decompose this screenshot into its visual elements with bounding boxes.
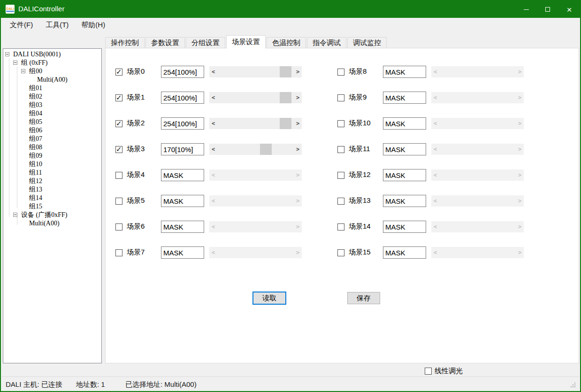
scene-checkbox[interactable] [337,223,344,231]
scrollbar-left-arrow-icon[interactable]: < [209,144,217,155]
scene-level-scrollbar[interactable]: < > [209,118,302,129]
tree-item[interactable]: 组11 [3,169,101,177]
scrollbar-right-arrow-icon[interactable]: > [294,66,302,77]
scene-value-input[interactable] [383,143,426,155]
scene-value-input[interactable] [383,66,426,78]
scrollbar-thumb[interactable] [280,66,291,77]
scene-value-input[interactable] [383,169,426,181]
scrollbar-left-arrow-icon[interactable]: < [431,92,439,103]
scrollbar-left-arrow-icon[interactable]: < [209,66,217,77]
tree-item[interactable]: 组05 [3,118,101,126]
scene-checkbox[interactable] [337,120,344,127]
close-button[interactable]: × [558,1,580,18]
tree-expander-icon[interactable] [13,213,17,217]
tree-item[interactable]: 组06 [3,126,101,135]
scrollbar-left-arrow-icon[interactable]: < [431,169,439,181]
scene-level-scrollbar[interactable]: < > [431,221,524,232]
scrollbar-left-arrow-icon[interactable]: < [209,247,217,258]
tree-item[interactable]: 组04 [3,109,101,118]
scrollbar-left-arrow-icon[interactable]: < [209,221,217,232]
scrollbar-right-arrow-icon[interactable]: > [294,195,302,207]
scrollbar-right-arrow-icon[interactable]: > [294,118,302,129]
scrollbar-right-arrow-icon[interactable]: > [294,247,302,258]
tab[interactable]: 操作控制 [105,37,145,48]
scrollbar-right-arrow-icon[interactable]: > [516,247,524,258]
tab[interactable]: 参数设置 [145,37,185,48]
scrollbar-left-arrow-icon[interactable]: < [431,247,439,258]
scrollbar-left-arrow-icon[interactable]: < [209,195,217,207]
scene-checkbox[interactable] [337,94,344,101]
menu-item[interactable]: 文件(F) [5,19,38,31]
tree-item[interactable]: Multi(A00) [3,219,101,228]
tab[interactable]: 分组设置 [186,37,225,48]
tree-item[interactable]: DALI USB(0001) [3,50,101,59]
scene-value-input[interactable] [383,246,426,259]
tree-expander-icon[interactable] [13,61,17,65]
scene-value-input[interactable] [161,143,204,155]
scrollbar-left-arrow-icon[interactable]: < [431,118,439,129]
scrollbar-left-arrow-icon[interactable]: < [209,92,217,103]
tree-item[interactable]: 组03 [3,101,101,109]
tab[interactable]: 色温控制 [267,37,306,48]
linear-dimming-checkbox[interactable] [425,368,432,375]
minimize-button[interactable] [515,1,537,18]
tree-item[interactable]: 组10 [3,160,101,169]
scene-level-scrollbar[interactable]: < > [209,66,302,77]
scene-level-scrollbar[interactable]: < > [209,169,302,181]
scene-checkbox[interactable] [337,146,344,153]
tree-item[interactable]: 组07 [3,135,101,143]
scrollbar-right-arrow-icon[interactable]: > [516,118,524,129]
scene-checkbox[interactable]: ✓ [115,146,122,153]
menu-item[interactable]: 工具(T) [40,19,74,31]
tree-item[interactable]: 组14 [3,194,101,202]
scene-value-input[interactable] [161,92,204,104]
scene-value-input[interactable] [383,195,426,207]
resize-grip[interactable] [574,386,575,387]
tree-item[interactable]: 组09 [3,152,101,160]
scrollbar-right-arrow-icon[interactable]: > [516,92,524,103]
scene-checkbox[interactable] [115,223,122,231]
tree-item[interactable]: 组00 [3,67,101,76]
scrollbar-thumb[interactable] [280,92,291,103]
scrollbar-right-arrow-icon[interactable]: > [294,169,302,181]
scrollbar-left-arrow-icon[interactable]: < [431,195,439,207]
tree-item[interactable]: 组 (0xFF) [3,59,101,67]
scrollbar-right-arrow-icon[interactable]: > [516,66,524,77]
tree-item[interactable]: 组13 [3,185,101,194]
scene-checkbox[interactable] [115,172,122,179]
tree-item[interactable]: 组12 [3,177,101,185]
tab[interactable]: 指令调试 [307,37,346,48]
scrollbar-right-arrow-icon[interactable]: > [516,195,524,207]
scene-level-scrollbar[interactable]: < > [209,221,302,232]
tree-item[interactable]: 设备 (广播0xFF) [3,211,101,219]
scene-level-scrollbar[interactable]: < > [209,247,302,258]
scene-checkbox[interactable]: ✓ [115,94,122,101]
scene-value-input[interactable] [161,66,204,78]
scene-level-scrollbar[interactable]: < > [431,195,524,207]
scene-value-input[interactable] [161,246,204,259]
tree-item[interactable]: 组08 [3,143,101,152]
scene-checkbox[interactable] [337,249,344,256]
scrollbar-right-arrow-icon[interactable]: > [516,221,524,232]
scene-level-scrollbar[interactable]: < > [431,66,524,77]
scrollbar-right-arrow-icon[interactable]: > [516,144,524,155]
tree-item[interactable]: 组01 [3,84,101,92]
tree-item[interactable]: Multi(A00) [3,76,101,84]
tree-item[interactable]: 组15 [3,202,101,211]
scrollbar-left-arrow-icon[interactable]: < [431,144,439,155]
scrollbar-right-arrow-icon[interactable]: > [516,169,524,181]
scene-value-input[interactable] [161,221,204,233]
scene-value-input[interactable] [383,92,426,104]
tab[interactable]: 场景设置 [226,35,266,48]
scrollbar-left-arrow-icon[interactable]: < [431,221,439,232]
tree-item[interactable]: 组02 [3,92,101,101]
scene-level-scrollbar[interactable]: < > [209,144,302,155]
tree-expander-icon[interactable] [5,52,9,56]
scene-value-input[interactable] [161,117,204,130]
scene-checkbox[interactable]: ✓ [115,120,122,127]
scene-level-scrollbar[interactable]: < > [431,247,524,258]
scene-level-scrollbar[interactable]: < > [431,118,524,129]
scene-level-scrollbar[interactable]: < > [431,169,524,181]
scene-level-scrollbar[interactable]: < > [431,144,524,155]
tab[interactable]: 调试监控 [347,37,387,48]
